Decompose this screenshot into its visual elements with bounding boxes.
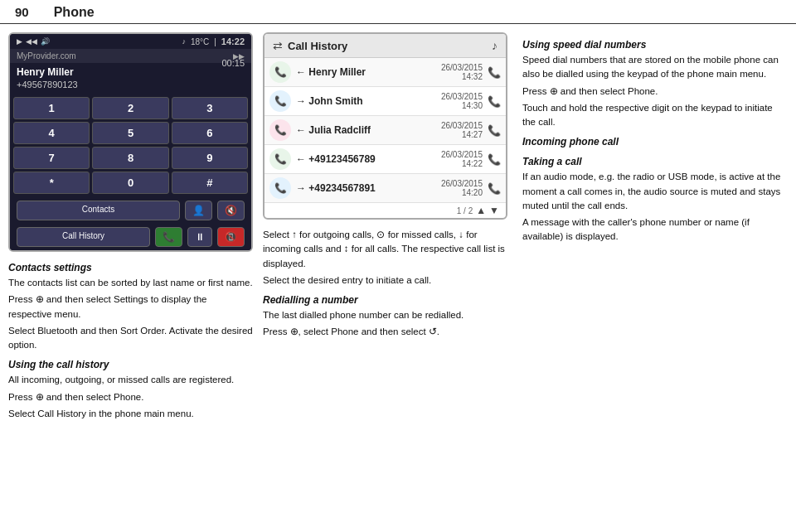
dial-key-6[interactable]: 6 — [172, 122, 248, 144]
call-history-section: Using the call history All incoming, out… — [8, 357, 253, 421]
call-history-button[interactable]: Call History — [17, 227, 150, 247]
speed-dial-text-3: Touch and hold the respective digit on t… — [522, 101, 788, 130]
ch-phone-icon-5[interactable]: 📞 — [488, 182, 501, 195]
ch-caller-name-4: ← +49123456789 — [296, 153, 441, 165]
taking-call-text-1: If an audio mode, e.g. the radio or USB … — [522, 170, 788, 213]
ch-name-col-4: ← +49123456789 — [296, 153, 441, 165]
call-history-header: ⇄ Call History ♪ — [265, 34, 506, 58]
temperature-display: 18°C — [191, 37, 209, 46]
ch-incoming-icon-1: 📞 — [269, 61, 291, 83]
status-icons-left: ▶ ◀◀ 🔊 — [17, 37, 50, 46]
phone-status-bar: ▶ ◀◀ 🔊 ♪ 18°C | 14:22 — [10, 34, 251, 49]
ch-date-value-3: 26/03/2015 — [441, 121, 483, 130]
dial-key-4[interactable]: 4 — [13, 122, 90, 144]
ch-screen-title: Call History — [288, 40, 347, 52]
phone-second-bottom: Call History 📞 ⏸ 📵 — [10, 224, 251, 250]
dial-key-star[interactable]: * — [13, 172, 90, 194]
call-history-title: Using the call history — [8, 357, 253, 372]
ch-name-col-3: ← Julia Radcliff — [296, 124, 441, 136]
provider-name: MyProvider.com — [17, 51, 76, 60]
contacts-text-2: Press ⊕ and then select Settings to disp… — [8, 293, 253, 322]
contacts-text-1: The contacts list can be sorted by last … — [8, 276, 253, 290]
ch-scroll-down-arrow[interactable]: ▼ — [489, 205, 499, 216]
ch-time-value-5: 14:20 — [441, 188, 483, 197]
ch-missed-icon-3: 📞 — [269, 119, 291, 141]
ch-header-left: ⇄ Call History — [273, 39, 347, 52]
ch-outgoing-icon-5: 📞 — [269, 177, 291, 199]
hangup-icon-btn[interactable]: 📵 — [217, 227, 245, 247]
dialpad-area: 1 2 3 4 5 6 7 8 9 * 0 # — [10, 94, 251, 197]
ch-caller-name-2: → John Smith — [296, 95, 441, 107]
ch-phone-icon-1[interactable]: 📞 — [488, 66, 501, 79]
call-history-screen: ⇄ Call History ♪ 📞 ← Henry Miller 26/03/… — [263, 32, 507, 220]
middle-column: ⇄ Call History ♪ 📞 ← Henry Miller 26/03/… — [263, 32, 507, 525]
dial-key-2[interactable]: 2 — [92, 97, 168, 119]
right-body-text: Using speed dial numbers Speed dial numb… — [522, 37, 788, 244]
ch-entry-5[interactable]: 📞 → +49234567891 26/03/2015 14:20 📞 — [265, 174, 506, 203]
redialling-text-1: The last dialled phone number can be red… — [263, 308, 507, 322]
incoming-call-title: Incoming phone call — [522, 134, 788, 149]
ch-date-5: 26/03/2015 14:20 — [441, 179, 483, 197]
ch-date-value-4: 26/03/2015 — [441, 150, 483, 159]
ch-phone-icon-4[interactable]: 📞 — [488, 153, 501, 166]
ch-name-col-5: → +49234567891 — [296, 182, 441, 194]
ch-date-value-2: 26/03/2015 — [441, 92, 483, 101]
dial-key-hash[interactable]: # — [172, 172, 248, 194]
contacts-text-3: Select Bluetooth and then Sort Order. Ac… — [8, 324, 253, 353]
call-history-label: Call History — [62, 231, 104, 240]
page-header: 90 Phone — [0, 0, 796, 24]
redialling-title: Redialling a number — [263, 293, 507, 307]
dial-key-8[interactable]: 8 — [92, 147, 168, 169]
contacts-label: Contacts — [82, 205, 114, 214]
contact-icon-btn[interactable]: 👤 — [185, 201, 212, 220]
ch-date-1: 26/03/2015 14:32 — [441, 63, 483, 81]
call-history-text-2: Press ⊕ and then select Phone. — [8, 390, 253, 404]
phone-bottom-buttons: Contacts 👤 🔇 — [10, 197, 251, 224]
page-title: Phone — [54, 5, 95, 20]
prev-icon: ◀◀ — [26, 37, 37, 46]
dial-key-3[interactable]: 3 — [172, 97, 248, 119]
ch-caller-name-3: ← Julia Radcliff — [296, 124, 441, 136]
dial-key-5[interactable]: 5 — [92, 122, 168, 144]
contacts-settings-title: Contacts settings — [8, 260, 253, 275]
ch-entry-2[interactable]: 📞 → John Smith 26/03/2015 14:30 📞 — [265, 87, 506, 116]
speed-dial-title: Using speed dial numbers — [522, 37, 788, 52]
ch-entry-3[interactable]: 📞 ← Julia Radcliff 26/03/2015 14:27 📞 — [265, 116, 506, 145]
status-right: ♪ 18°C | 14:22 — [182, 36, 245, 46]
ch-date-4: 26/03/2015 14:22 — [441, 150, 483, 168]
redialling-text-2: Press ⊕, select Phone and then select ↺. — [263, 325, 507, 339]
left-body-text: Contacts settings The contacts list can … — [8, 260, 253, 421]
contacts-settings-section: Contacts settings The contacts list can … — [8, 260, 253, 352]
caller-name: Henry Miller — [17, 66, 74, 78]
ch-date-value-5: 26/03/2015 — [441, 179, 483, 188]
dialpad-grid[interactable]: 1 2 3 4 5 6 7 8 9 * 0 # — [13, 97, 248, 194]
dial-key-1[interactable]: 1 — [13, 97, 90, 119]
ch-scroll-up-arrow[interactable]: ▲ — [476, 205, 486, 216]
caller-number: +49567890123 — [17, 80, 78, 89]
call-duration: 00:15 — [221, 58, 245, 68]
pause-icon-btn[interactable]: ⏸ — [187, 227, 212, 247]
ch-date-2: 26/03/2015 14:30 — [441, 92, 483, 110]
ch-outgoing-icon-2: 📞 — [269, 90, 291, 112]
ch-entry-4[interactable]: 📞 ← +49123456789 26/03/2015 14:22 📞 — [265, 145, 506, 174]
incoming-call-section: Incoming phone call — [522, 134, 788, 149]
redialling-section: Redialling a number The last dialled pho… — [263, 293, 507, 340]
ch-date-value-1: 26/03/2015 — [441, 63, 483, 72]
dial-key-0[interactable]: 0 — [92, 172, 168, 194]
ch-phone-icon-3[interactable]: 📞 — [488, 124, 501, 137]
mute-icon-btn[interactable]: 🔇 — [217, 201, 245, 220]
ch-phone-icon-2[interactable]: 📞 — [488, 95, 501, 108]
ch-page-count: 1 / 2 — [457, 206, 473, 215]
speed-dial-text-1: Speed dial numbers that are stored on th… — [522, 53, 788, 82]
ch-pagination: 1 / 2 ▲ ▼ — [265, 203, 506, 218]
left-column: ▶ ◀◀ 🔊 ♪ 18°C | 14:22 MyProvider.com ▶▶ … — [8, 32, 253, 525]
ch-entry-1[interactable]: 📞 ← Henry Miller 26/03/2015 14:32 📞 — [265, 58, 506, 87]
call-history-text-1: All incoming, outgoing, or missed calls … — [8, 373, 253, 387]
call-info: Henry Miller 00:15 +49567890123 — [10, 63, 251, 94]
call-icon-btn[interactable]: 📞 — [155, 227, 182, 247]
vol-icon: 🔊 — [41, 37, 50, 46]
dial-key-7[interactable]: 7 — [13, 147, 90, 169]
dial-key-9[interactable]: 9 — [172, 147, 248, 169]
contacts-button[interactable]: Contacts — [17, 201, 180, 220]
ch-back-icon[interactable]: ⇄ — [273, 39, 283, 52]
